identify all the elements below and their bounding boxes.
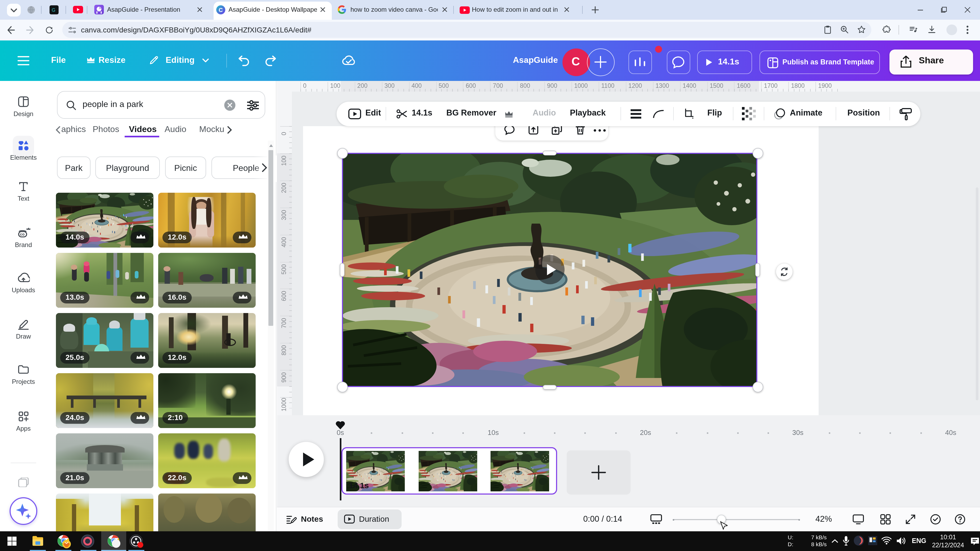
svg-text:co: co <box>20 232 25 237</box>
svg-text:G: G <box>52 8 56 13</box>
svg-text:C: C <box>219 7 223 13</box>
